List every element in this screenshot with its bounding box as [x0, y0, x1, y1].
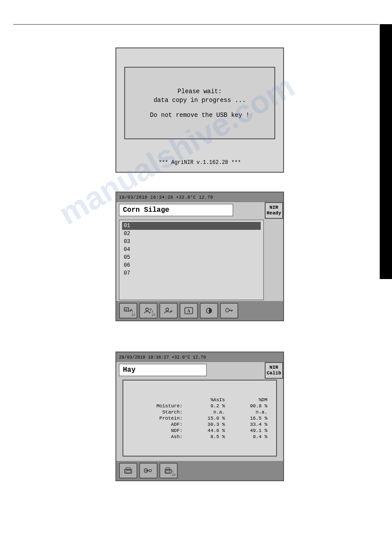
svg-rect-28: [166, 471, 169, 473]
list-item-02[interactable]: 02: [122, 230, 261, 238]
screen2-toolbar: 123 123 A: [116, 301, 283, 320]
user-edit-button[interactable]: [159, 303, 178, 319]
svg-point-6: [166, 308, 169, 311]
users-button-badge: 123: [152, 310, 155, 317]
calib-label: Calib: [266, 370, 281, 376]
ready-label: Ready: [266, 210, 281, 216]
key-icon: [225, 307, 234, 314]
screen2-topbar: 18/03/2010 16:34:28 +32.0°C 12.70: [116, 192, 283, 202]
nir-label3: NIR: [270, 365, 278, 370]
screen2-list-area: 01 02 03 04 05 06 07: [119, 220, 264, 300]
protein-dm: 16.5 %: [228, 415, 271, 421]
results-row-adf: ADF: 30.3 % 33.4 %: [129, 421, 271, 428]
moisture-label: Moisture:: [129, 403, 186, 409]
right-sidebar-bar: [380, 24, 392, 279]
list-item-01[interactable]: 01: [122, 222, 261, 230]
screen3-title-box: Hay: [119, 364, 207, 376]
results-table: %AsIs %DM Moisture: 9.2 % 90.8 % Starch:…: [129, 397, 271, 440]
svg-point-19: [130, 470, 131, 471]
font-icon: A: [184, 307, 193, 314]
screen2-title-box: Corn Silage: [119, 204, 233, 216]
screen1-message-box: Please wait: data copy in progress ... D…: [124, 67, 275, 139]
starch-label: Starch:: [129, 409, 186, 415]
print-icon: [124, 467, 133, 474]
contrast-button[interactable]: [200, 303, 218, 319]
nir-calib-badge: NIR Calib: [265, 362, 283, 379]
results-row-protein: Protein: 15.0 % 16.5 %: [129, 415, 271, 421]
protein-label: Protein:: [129, 415, 186, 421]
screen3-topbar: 20/03/2010 10:36:27 +32.0°C 12.70: [116, 352, 283, 362]
adf-asis: 30.3 %: [186, 421, 229, 428]
screen3-hay-results: 20/03/2010 10:36:27 +32.0°C 12.70 Hay NI…: [115, 352, 284, 481]
screen1-please-wait: Please wait: data copy in progress ... D…: [115, 47, 284, 173]
starch-asis: n.a.: [186, 409, 229, 415]
print-numbered-badge: 123: [172, 470, 176, 477]
usb-back-button[interactable]: USB: [139, 463, 158, 479]
list-item-04[interactable]: 04: [122, 246, 261, 254]
svg-point-5: [150, 308, 151, 310]
svg-point-12: [226, 308, 229, 312]
screen3-topbar-text: 20/03/2010 10:36:27 +32.0°C 12.70: [119, 355, 206, 360]
moisture-dm: 90.8 %: [228, 403, 271, 409]
screen2-topbar-text: 18/03/2010 16:34:28 +32.0°C 12.70: [119, 195, 213, 200]
ash-dm: 9.4 %: [228, 434, 271, 440]
ndf-label: NDF:: [129, 428, 186, 434]
user-edit-icon: [164, 307, 173, 314]
print-button[interactable]: [119, 463, 137, 479]
svg-point-4: [146, 308, 148, 311]
ndf-dm: 49.1 %: [228, 428, 271, 434]
print-numbered-button[interactable]: 123: [159, 463, 178, 479]
results-header-asis: %AsIs: [186, 397, 229, 403]
adf-label: ADF:: [129, 421, 186, 428]
edit-button-badge: 123: [132, 310, 135, 317]
nir-ready-badge: NIR Ready: [265, 202, 283, 219]
svg-point-30: [169, 470, 170, 471]
moisture-asis: 9.2 %: [186, 403, 229, 409]
svg-text:A: A: [187, 308, 191, 313]
screen2-corn-silage: 18/03/2010 16:34:28 +32.0°C 12.70 Corn S…: [115, 192, 284, 321]
screen1-message2: data copy in progress ...: [154, 97, 246, 104]
nir-label: NIR: [270, 205, 278, 210]
adf-dm: 33.4 %: [228, 421, 271, 428]
results-row-moisture: Moisture: 9.2 % 90.8 %: [129, 403, 271, 409]
edit-button[interactable]: 123: [119, 303, 137, 319]
svg-line-7: [169, 312, 170, 313]
usb-back-icon: USB: [144, 467, 153, 474]
screen3-results-box: %AsIs %DM Moisture: 9.2 % 90.8 % Starch:…: [122, 380, 277, 457]
screen1-message1: Please wait:: [178, 88, 222, 95]
results-row-ash: Ash: 8.5 % 9.4 %: [129, 434, 271, 440]
screen1-message3: Do not remove the USB key !: [150, 112, 250, 119]
screen2-title-area: Corn Silage: [119, 202, 264, 218]
top-rule: [13, 24, 379, 25]
screen3-title-area: Hay: [119, 362, 264, 378]
list-item-03[interactable]: 03: [122, 238, 261, 246]
ndf-asis: 44.6 %: [186, 428, 229, 434]
protein-asis: 15.0 %: [186, 415, 229, 421]
results-row-ndf: NDF: 44.6 % 49.1 %: [129, 428, 271, 434]
svg-rect-17: [126, 471, 130, 473]
screen3-toolbar: USB 123: [116, 461, 283, 480]
font-button[interactable]: A: [180, 303, 198, 319]
list-item-05[interactable]: 05: [122, 254, 261, 261]
results-empty-header: [129, 397, 186, 403]
ash-label: Ash:: [129, 434, 186, 440]
list-item-07[interactable]: 07: [122, 269, 261, 277]
results-header-dm: %DM: [228, 397, 271, 403]
users-button[interactable]: 123: [139, 303, 158, 319]
list-item-06[interactable]: 06: [122, 261, 261, 269]
ash-asis: 8.5 %: [186, 434, 229, 440]
key-button[interactable]: [220, 303, 238, 319]
screen1-version: *** AgriNIR v.1.162.28 ***: [116, 160, 283, 166]
results-row-starch: Starch: n.a. n.a.: [129, 409, 271, 415]
starch-dm: n.a.: [228, 409, 271, 415]
contrast-icon: [205, 307, 213, 314]
